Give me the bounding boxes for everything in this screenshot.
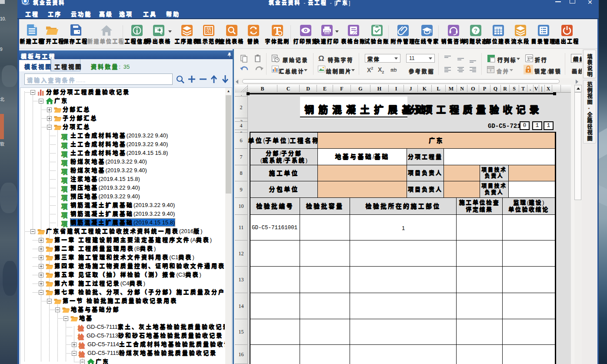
svg-text:?: ?: [474, 27, 477, 34]
svg-text:T: T: [490, 69, 492, 73]
